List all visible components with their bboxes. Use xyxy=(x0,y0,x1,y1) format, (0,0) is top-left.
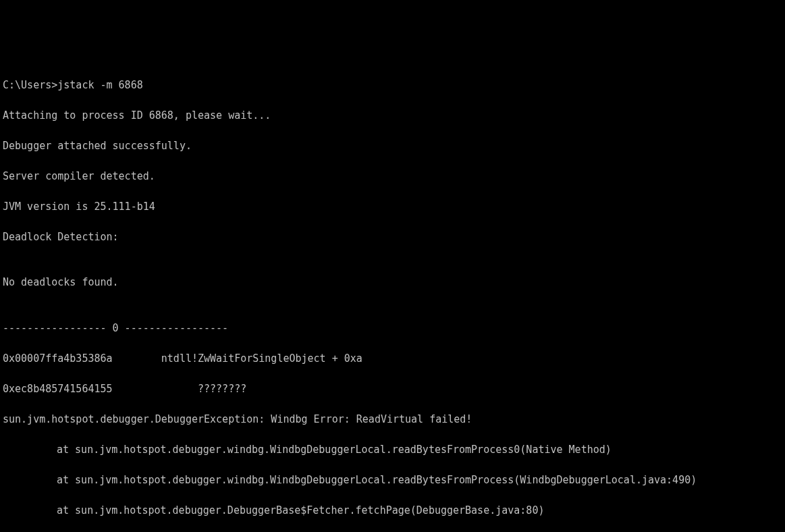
stack-trace-line: at sun.jvm.hotspot.debugger.windbg.Windb… xyxy=(3,473,782,488)
prompt: C:\Users> xyxy=(3,79,57,91)
stack-trace-line: at sun.jvm.hotspot.debugger.DebuggerBase… xyxy=(3,503,782,518)
output-line: No deadlocks found. xyxy=(3,275,782,290)
output-line: JVM version is 25.111-b14 xyxy=(3,199,782,215)
output-line: Attaching to process ID 6868, please wai… xyxy=(3,108,782,124)
command-line: C:\Users>jstack -m 6868 xyxy=(3,78,782,93)
terminal-window[interactable]: C:\Users>jstack -m 6868 Attaching to pro… xyxy=(3,62,782,532)
output-line: 0x00007ffa4b35386a ntdll!ZwWaitForSingle… xyxy=(3,351,782,367)
output-line: ----------------- 0 ----------------- xyxy=(3,321,782,336)
output-line: Deadlock Detection: xyxy=(3,230,782,245)
exception-line: sun.jvm.hotspot.debugger.DebuggerExcepti… xyxy=(3,412,782,427)
stack-trace-line: at sun.jvm.hotspot.debugger.windbg.Windb… xyxy=(3,442,782,458)
output-line: Debugger attached successfully. xyxy=(3,138,782,154)
output-line: Server compiler detected. xyxy=(3,169,782,184)
command: jstack -m 6868 xyxy=(57,79,142,91)
output-line: 0xec8b485741564155 ???????? xyxy=(3,381,782,397)
